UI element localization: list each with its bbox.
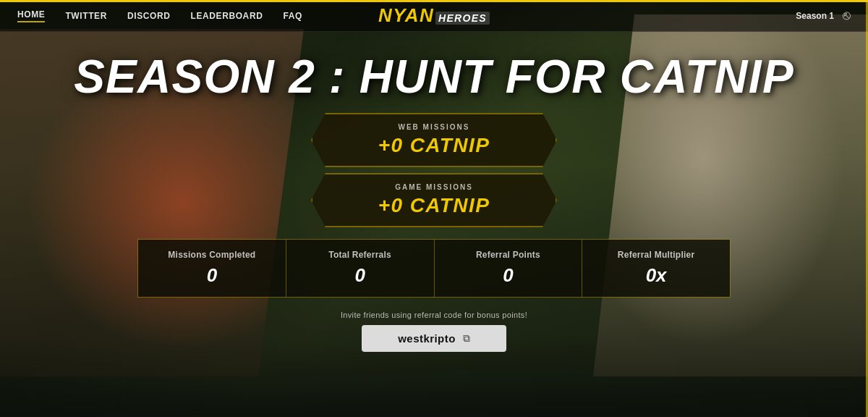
stat-multiplier-value: 0x	[597, 264, 715, 287]
logo-text: NYANHEROES	[378, 4, 490, 27]
stat-missions-label: Missions Completed	[153, 250, 271, 260]
stat-referral-multiplier: Referral Multiplier 0x	[582, 240, 730, 297]
season-title-section: SEASON 2 : HUNT FOR CATNIP	[0, 32, 868, 100]
web-mission-card: WEB MISSIONS +0 CATNIP	[311, 113, 557, 167]
season-title: SEASON 2 : HUNT FOR CATNIP	[0, 54, 868, 100]
referral-hint: Invite friends using referral code for b…	[341, 311, 527, 319]
logo: NYANHEROES	[378, 4, 490, 27]
stat-total-referrals: Total Referrals 0	[286, 240, 435, 297]
logo-nyan: NYAN	[378, 4, 434, 26]
copy-icon[interactable]: ⧉	[463, 332, 470, 345]
referral-code-text: westkripto	[398, 332, 456, 345]
nav-right: Season 1 ⎋	[796, 8, 851, 23]
nav-home[interactable]: HOME	[17, 9, 45, 22]
top-accent-bar	[0, 0, 868, 2]
logo-heroes: HEROES	[435, 12, 490, 25]
navbar: HOME TWITTER DISCORD LEADERBOARD FAQ NYA…	[0, 0, 868, 32]
game-mission-value: +0 CATNIP	[356, 194, 512, 217]
stat-points-label: Referral Points	[449, 250, 568, 260]
nav-leaderboard[interactable]: LEADERBOARD	[190, 11, 263, 21]
nav-links: HOME TWITTER DISCORD LEADERBOARD FAQ	[17, 9, 302, 22]
web-mission-value: +0 CATNIP	[356, 134, 512, 157]
referral-code-box[interactable]: westkripto ⧉	[362, 325, 506, 352]
nav-discord[interactable]: DISCORD	[127, 11, 171, 21]
logout-icon[interactable]: ⎋	[843, 8, 851, 23]
stat-points-value: 0	[449, 264, 568, 287]
game-mission-card: GAME MISSIONS +0 CATNIP	[311, 173, 557, 227]
stat-multiplier-label: Referral Multiplier	[597, 250, 715, 260]
nav-faq[interactable]: FAQ	[283, 11, 302, 21]
stat-referral-points: Referral Points 0	[435, 240, 583, 297]
web-mission-label: WEB MISSIONS	[356, 123, 512, 131]
referral-section: Invite friends using referral code for b…	[0, 311, 868, 352]
game-mission-label: GAME MISSIONS	[356, 183, 512, 191]
stats-row: Missions Completed 0 Total Referrals 0 R…	[137, 239, 731, 298]
season-label: Season 1	[796, 11, 834, 21]
nav-twitter[interactable]: TWITTER	[65, 11, 107, 21]
stat-referrals-label: Total Referrals	[301, 250, 420, 260]
stat-missions-value: 0	[153, 264, 271, 287]
missions-section: WEB MISSIONS +0 CATNIP GAME MISSIONS +0 …	[0, 113, 868, 227]
stat-missions-completed: Missions Completed 0	[138, 240, 286, 297]
stat-referrals-value: 0	[301, 264, 420, 287]
